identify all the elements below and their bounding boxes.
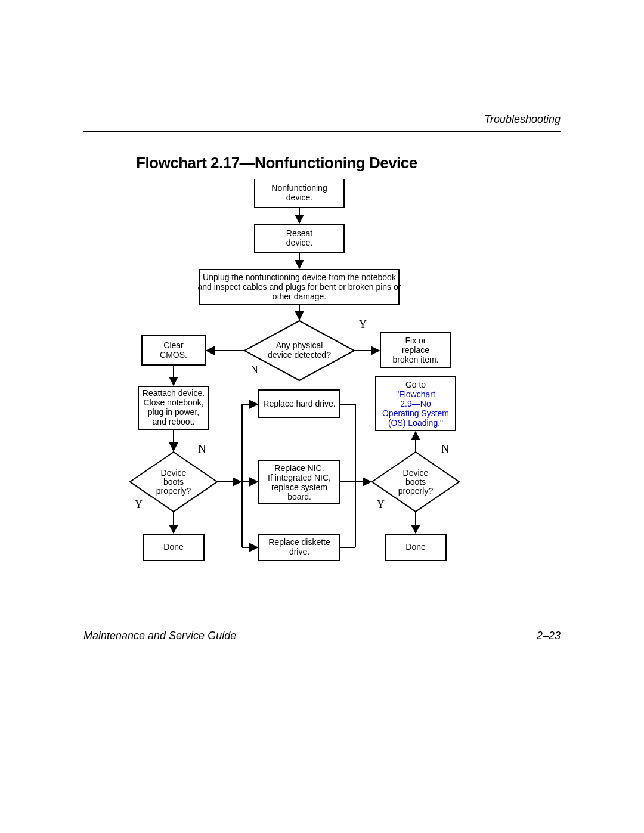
footer-page-number: 2–23 — [537, 630, 561, 642]
svg-text:Done: Done — [405, 542, 426, 552]
node-done-left: Done — [143, 534, 204, 561]
svg-text:Go to: Go to — [405, 380, 426, 389]
goto-link-line-2[interactable]: 2.9—No — [400, 399, 431, 408]
footer-guide-label: Maintenance and Service Guide — [83, 630, 236, 642]
svg-text:Nonfunctioning: Nonfunctioning — [271, 183, 327, 193]
svg-text:other damage.: other damage. — [273, 292, 326, 301]
svg-text:Done: Done — [163, 542, 184, 552]
node-goto: Go to "Flowchart 2.9—No Operating System… — [376, 377, 456, 431]
svg-text:Replace hard drive.: Replace hard drive. — [263, 399, 335, 408]
node-clear-cmos: Clear CMOS. — [142, 335, 205, 365]
label-boots-right-yes: Y — [377, 498, 385, 510]
svg-text:Unplug the nonfunctioning devi: Unplug the nonfunctioning device from th… — [203, 272, 397, 282]
header-rule — [83, 131, 561, 132]
footer-rule — [83, 625, 561, 625]
decision-boots-left: Device boots properly? — [130, 452, 217, 512]
svg-text:broken item.: broken item. — [392, 355, 438, 364]
svg-text:Device: Device — [403, 468, 429, 478]
svg-text:and reboot.: and reboot. — [153, 417, 195, 426]
svg-text:Reseat: Reseat — [286, 228, 312, 238]
svg-text:Reattach device.: Reattach device. — [143, 388, 205, 398]
svg-text:Device: Device — [161, 468, 187, 478]
svg-text:board.: board. — [287, 492, 311, 501]
goto-link-line-4[interactable]: (OS) Loading." — [388, 418, 443, 428]
goto-link-line-1[interactable]: "Flowchart — [396, 389, 435, 399]
svg-text:boots: boots — [163, 477, 184, 487]
svg-text:replace system: replace system — [271, 482, 327, 492]
flowchart-svg: Nonfunctioning device. Reseat device. Un… — [83, 179, 561, 620]
node-replace-diskette: Replace diskette drive. — [259, 534, 340, 561]
node-done-right: Done — [385, 534, 446, 561]
label-physical-no: N — [250, 364, 258, 376]
svg-text:Fix or: Fix or — [405, 336, 426, 345]
label-boots-right-no: N — [441, 443, 449, 455]
node-reseat: Reseat device. — [255, 224, 344, 253]
svg-text:Replace NIC.: Replace NIC. — [274, 463, 324, 473]
node-replace-hd: Replace hard drive. — [259, 390, 340, 417]
decision-physical: Any physical device detected? — [244, 321, 354, 380]
node-reattach: Reattach device. Close notebook, plug in… — [138, 386, 209, 429]
svg-text:If integrated NIC,: If integrated NIC, — [268, 473, 331, 482]
node-fix: Fix or replace broken item. — [380, 333, 451, 367]
header-section: Troubleshooting — [484, 113, 561, 126]
svg-text:and inspect cables and plugs f: and inspect cables and plugs for bent or… — [198, 282, 401, 292]
svg-text:device.: device. — [286, 193, 312, 202]
svg-text:drive.: drive. — [289, 547, 309, 556]
svg-text:device.: device. — [286, 238, 312, 247]
svg-text:properly?: properly? — [398, 486, 434, 496]
goto-link-line-3[interactable]: Operating System — [382, 408, 449, 418]
node-start: Nonfunctioning device. — [255, 179, 344, 208]
svg-text:Any physical: Any physical — [276, 340, 323, 350]
label-boots-left-no: N — [198, 443, 206, 455]
svg-text:Clear: Clear — [163, 340, 184, 350]
svg-text:CMOS.: CMOS. — [160, 350, 187, 360]
page-title: Flowchart 2.17—Nonfunctioning Device — [136, 154, 417, 172]
svg-text:Close notebook,: Close notebook, — [143, 398, 203, 407]
label-boots-left-yes: Y — [135, 498, 143, 510]
decision-boots-right: Device boots properly? — [372, 452, 459, 512]
label-physical-yes: Y — [359, 318, 367, 330]
svg-text:properly?: properly? — [156, 486, 191, 496]
page: Troubleshooting Flowchart 2.17—Nonfuncti… — [83, 83, 561, 739]
svg-text:device detected?: device detected? — [268, 350, 331, 360]
svg-text:boots: boots — [405, 477, 426, 487]
svg-text:replace: replace — [402, 345, 429, 355]
node-unplug: Unplug the nonfunctioning device from th… — [198, 270, 401, 304]
node-replace-nic: Replace NIC. If integrated NIC, replace … — [259, 460, 340, 503]
svg-text:Replace diskette: Replace diskette — [268, 537, 330, 547]
svg-text:plug in power,: plug in power, — [148, 407, 199, 417]
